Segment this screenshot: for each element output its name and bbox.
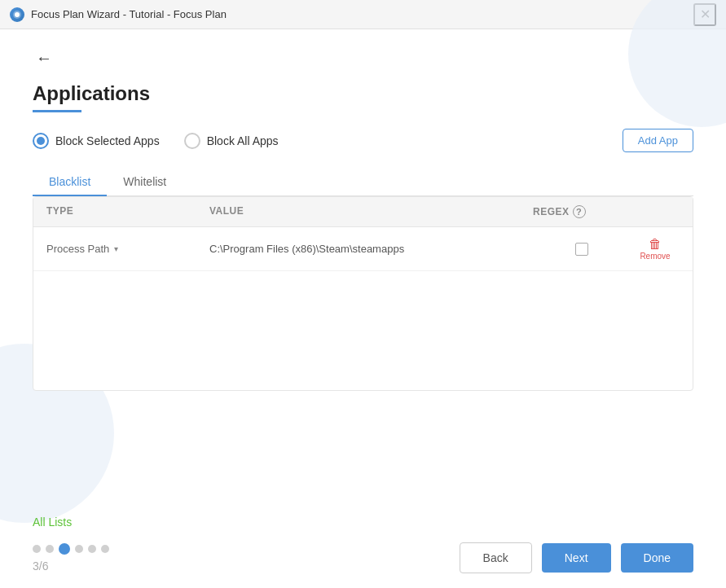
- type-dropdown-arrow[interactable]: ▾: [114, 244, 118, 253]
- regex-cell: [533, 243, 631, 256]
- dot-1: [33, 545, 41, 553]
- radio-label-all: Block All Apps: [207, 134, 279, 147]
- regex-help-icon[interactable]: ?: [573, 205, 586, 218]
- tabs: Blacklist Whitelist: [33, 169, 693, 196]
- dot-4: [75, 545, 83, 553]
- next-nav-button[interactable]: Next: [542, 543, 611, 573]
- title-underline: [33, 110, 81, 112]
- svg-point-1: [15, 12, 20, 17]
- app-icon: [10, 7, 24, 22]
- main-content: ← Applications Block Selected Apps Block…: [0, 29, 726, 588]
- col-action: [631, 205, 680, 218]
- remove-cell[interactable]: 🗑 Remove: [631, 237, 680, 261]
- all-lists-row: All Lists: [33, 515, 693, 529]
- dots-and-count: 3/6: [33, 543, 109, 573]
- title-bar-left: Focus Plan Wizard - Tutorial - Focus Pla…: [10, 7, 227, 22]
- remove-label: Remove: [640, 252, 670, 261]
- done-nav-button[interactable]: Done: [621, 543, 693, 573]
- step-count: 3/6: [33, 559, 109, 573]
- radio-block-all[interactable]: Block All Apps: [184, 133, 279, 149]
- all-lists-link[interactable]: All Lists: [33, 516, 72, 529]
- type-label: Process Path: [46, 243, 109, 255]
- radio-block-selected[interactable]: Block Selected Apps: [33, 133, 160, 149]
- back-nav-button[interactable]: Back: [460, 542, 532, 573]
- type-cell: Process Path ▾: [46, 243, 209, 255]
- radio-circle-selected: [33, 133, 49, 149]
- table-header: TYPE VALUE REGEX ?: [33, 197, 693, 227]
- dot-2: [46, 545, 54, 553]
- col-value: VALUE: [209, 205, 533, 218]
- dot-3-active: [59, 543, 70, 555]
- tab-whitelist[interactable]: Whitelist: [107, 169, 183, 196]
- radio-group: Block Selected Apps Block All Apps Add A…: [33, 129, 693, 152]
- radio-circle-all: [184, 133, 200, 149]
- regex-checkbox[interactable]: [575, 243, 588, 256]
- nav-buttons: Back Next Done: [460, 542, 693, 573]
- window-title: Focus Plan Wizard - Tutorial - Focus Pla…: [31, 8, 227, 20]
- page-title: Applications: [33, 82, 693, 105]
- radio-label-selected: Block Selected Apps: [55, 134, 160, 147]
- col-type: TYPE: [46, 205, 209, 218]
- progress-dots: [33, 543, 109, 555]
- content-area: ← Applications Block Selected Apps Block…: [0, 29, 726, 588]
- table-row: Process Path ▾ C:\Program Files (x86)\St…: [33, 227, 693, 271]
- dot-5: [88, 545, 96, 553]
- title-bar: Focus Plan Wizard - Tutorial - Focus Pla…: [0, 0, 726, 29]
- table-body: Process Path ▾ C:\Program Files (x86)\St…: [33, 227, 693, 390]
- progress-section: All Lists 3/6 Back Next Done: [0, 515, 726, 588]
- table-container: TYPE VALUE REGEX ? Process Path ▾ C:\Pro…: [33, 196, 693, 391]
- add-app-button[interactable]: Add App: [623, 129, 693, 152]
- bottom-bar: 3/6 Back Next Done: [33, 542, 693, 573]
- dot-6: [101, 545, 109, 553]
- value-cell: C:\Program Files (x86)\Steam\steamapps: [209, 243, 533, 255]
- back-button[interactable]: ←: [33, 46, 55, 71]
- col-regex: REGEX ?: [533, 205, 631, 218]
- tab-blacklist[interactable]: Blacklist: [33, 169, 107, 196]
- remove-icon: 🗑: [649, 237, 662, 252]
